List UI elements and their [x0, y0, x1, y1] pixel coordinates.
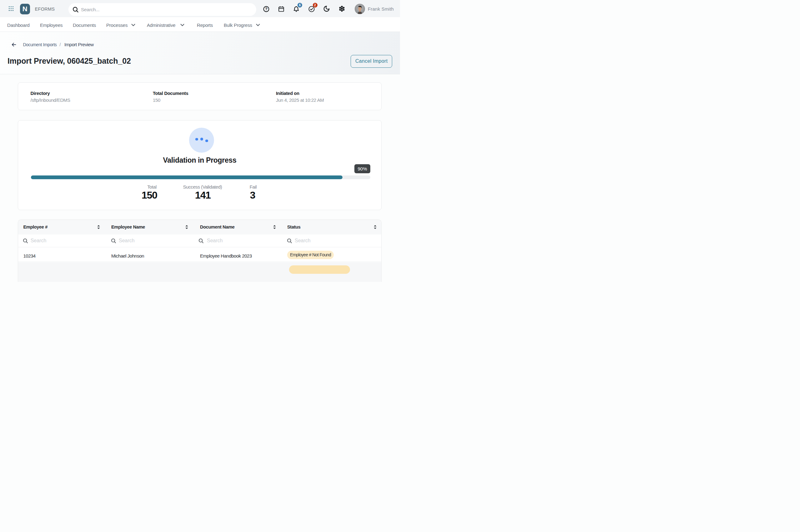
svg-text:?: ?	[265, 7, 268, 11]
